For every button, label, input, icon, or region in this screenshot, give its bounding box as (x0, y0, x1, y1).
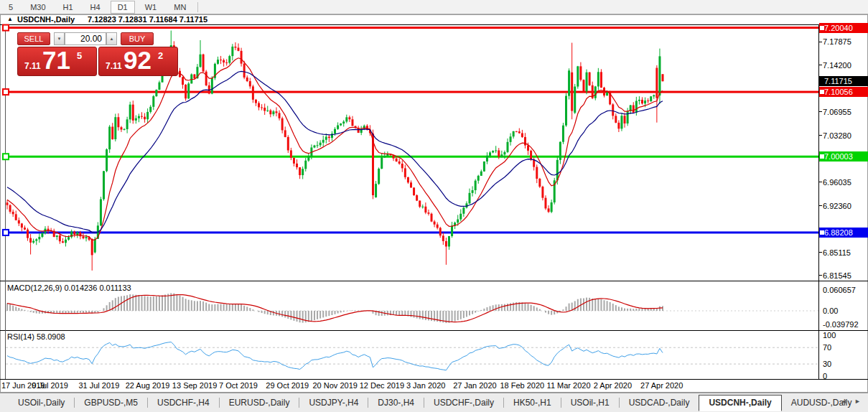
date-axis-label: 20 Nov 2019 (313, 381, 358, 390)
price-axis-tick (819, 135, 822, 136)
date-axis-label: 12 Dec 2019 (360, 381, 404, 390)
timeframe-button-h4[interactable]: H4 (83, 1, 108, 14)
date-axis-label: 29 Oct 2019 (266, 381, 309, 390)
sell-price-prefix: 7.11 (24, 61, 41, 71)
timeframe-button-h1[interactable]: H1 (56, 1, 80, 14)
macd-scale-label: 0.00 (823, 306, 867, 315)
volume-input[interactable]: 20.00 (65, 32, 106, 45)
sell-price-pip: 5 (77, 50, 82, 61)
tab-scroll-left-icon[interactable]: ◄ (838, 398, 850, 405)
buy-price-big: 92 (123, 46, 151, 75)
hline-anchor-marker[interactable] (3, 89, 9, 95)
trading-platform-window: 5M30H1H4D1W1MN ▲ USDCNH-,Daily 7.12823 7… (0, 0, 868, 412)
symbol-tab-bar: USOil-,DailyGBPUSD-,M5USDCHF-,H4EURUSD-,… (0, 393, 868, 412)
sell-price-tile[interactable]: 7.11 71 5 (17, 47, 97, 76)
date-axis-label: 22 Aug 2019 (126, 381, 170, 390)
symbol-tab-usdcnh-daily[interactable]: USDCNH-,Daily (699, 395, 781, 411)
price-axis-label: 7.03280 (823, 131, 866, 141)
sell-button[interactable]: SELL (17, 32, 50, 45)
timeframe-button-w1[interactable]: W1 (138, 1, 164, 14)
rsi-scale-label: 70 (823, 343, 867, 352)
price-axis-label: 7.17875 (823, 37, 866, 47)
volume-decrease-button[interactable]: ▼ (54, 32, 65, 45)
price-axis-tick (819, 111, 822, 112)
hline-price-chip: 7.00003 (819, 151, 868, 161)
symbol-tab-usoil-daily[interactable]: USOil-,Daily (9, 395, 74, 411)
symbol-tab-dj30-h4[interactable]: DJ30-,H4 (368, 395, 424, 411)
buy-button[interactable]: BUY (121, 32, 154, 45)
date-axis-label: 7 Oct 2019 (219, 381, 258, 390)
price-axis-label: 6.96035 (823, 178, 866, 187)
rsi-scale-label: 0 (823, 372, 867, 380)
horizontal-level-line[interactable] (6, 91, 818, 93)
date-axis-label: 9 Jul 2019 (32, 381, 68, 390)
macd-scale-label: 0.060657 (823, 286, 867, 294)
rsi-indicator-canvas[interactable] (6, 331, 818, 379)
tab-scroll-right-icon[interactable]: ► (851, 398, 864, 405)
moving-average-line (7, 71, 663, 233)
rsi-label: RSI(14) 58.0908 (7, 332, 65, 341)
tab-scroll-arrows: ◄ ► (838, 398, 864, 405)
rsi-scale-label: 100 (823, 331, 867, 340)
macd-signal-line (7, 295, 663, 322)
price-axis-label: 6.81545 (823, 271, 866, 281)
symbol-tab-eurusd-daily[interactable]: EURUSD-,Daily (220, 395, 299, 411)
one-click-trading-widget: SELL ▼ 20.00 ▲ BUY 7.11 71 5 7.11 92 2 (17, 32, 179, 76)
chart-ohlc-values: 7.12823 7.12831 7.11684 7.11715 (88, 15, 207, 24)
date-axis-label: 11 Mar 2020 (547, 381, 591, 390)
buy-price-prefix: 7.11 (106, 61, 122, 71)
price-axis-tick (819, 205, 822, 206)
buy-price-tile[interactable]: 7.11 92 2 (98, 47, 178, 76)
hline-anchor-marker[interactable] (3, 230, 9, 235)
price-axis-label: 7.14200 (823, 61, 866, 70)
horizontal-level-line[interactable] (6, 27, 818, 29)
hline-price-chip: 7.20040 (819, 23, 868, 33)
hline-anchor-marker[interactable] (3, 25, 9, 31)
symbol-tab-usdchf-h4[interactable]: USDCHF-,H4 (148, 395, 219, 411)
date-axis-label: 13 Sep 2019 (172, 381, 217, 390)
horizontal-level-line[interactable] (6, 231, 818, 233)
timeframe-button-m30[interactable]: M30 (23, 1, 52, 14)
symbol-tab-usdchf-daily[interactable]: USDCHF-,Daily (424, 395, 503, 411)
price-axis-label: 7.06955 (823, 108, 866, 117)
macd-label: MACD(12,26,9) 0.014236 0.011133 (7, 284, 131, 292)
date-axis-label: 27 Apr 2020 (640, 381, 683, 390)
collapse-chart-icon[interactable]: ▲ (7, 16, 13, 22)
timeframe-button-d1[interactable]: D1 (111, 1, 135, 14)
price-axis-label: 6.92360 (823, 202, 866, 211)
last-price-chip: 7.11715 (819, 76, 868, 86)
hline-price-chip: 7.10056 (819, 87, 868, 97)
symbol-tab-usdjpy-h4[interactable]: USDJPY-,H4 (299, 395, 368, 411)
volume-increase-button[interactable]: ▲ (106, 32, 117, 45)
symbol-tab-usdcad-daily[interactable]: USDCAD-,Daily (620, 395, 699, 411)
price-axis-tick (819, 42, 822, 42)
moving-average-line (7, 58, 663, 240)
rsi-line (7, 342, 663, 370)
symbol-tab-usoil-h1[interactable]: USOil-,H1 (561, 395, 619, 411)
timeframe-button-5[interactable]: 5 (1, 1, 20, 14)
price-axis-tick (819, 275, 822, 276)
timeframe-button-mn[interactable]: MN (167, 1, 193, 14)
price-axis-tick (819, 252, 822, 253)
hline-anchor-marker[interactable] (3, 154, 9, 159)
hline-price-chip: 6.88208 (819, 228, 868, 238)
date-axis-label: 31 Jul 2019 (78, 381, 119, 390)
sell-price-big: 71 (42, 46, 70, 75)
chart-symbol-title: USDCNH-,Daily (17, 15, 75, 24)
price-axis-tick (819, 65, 822, 65)
date-axis-label: 3 Jan 2020 (406, 381, 445, 390)
date-axis-label: 18 Feb 2020 (500, 381, 544, 390)
timeframe-toolbar: 5M30H1H4D1W1MN (0, 0, 868, 14)
buy-price-pip: 2 (158, 50, 163, 61)
toolbar-divider (197, 2, 198, 12)
date-axis-separator (0, 379, 868, 380)
price-axis-tick (819, 182, 822, 182)
symbol-tab-gbpusd-m5[interactable]: GBPUSD-,M5 (75, 395, 147, 411)
price-axis-label: 6.85115 (823, 248, 866, 258)
symbol-tab-hk50-h1[interactable]: HK50-,H1 (504, 395, 561, 411)
rsi-scale-label: 30 (823, 360, 867, 368)
macd-scale-label: -0.039792 (823, 320, 867, 329)
chart-title-bar: ▲ USDCNH-,Daily 7.12823 7.12831 7.11684 … (0, 15, 867, 24)
date-axis-label: 2 Apr 2020 (594, 381, 632, 390)
date-axis-label: 27 Jan 2020 (453, 381, 497, 390)
